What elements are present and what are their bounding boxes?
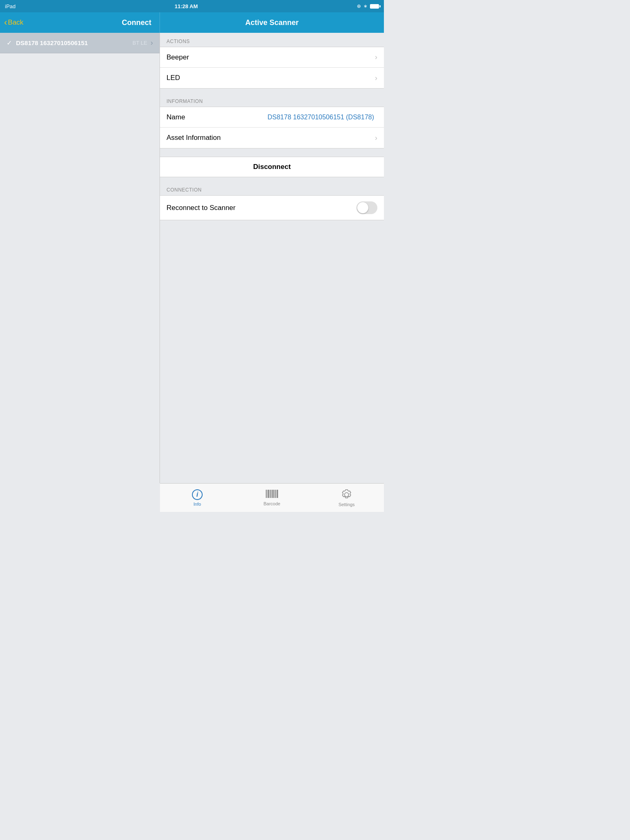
- back-label: Back: [8, 18, 23, 27]
- asset-chevron-icon: ›: [375, 134, 377, 142]
- svg-rect-6: [272, 490, 274, 498]
- name-label: Name: [167, 113, 267, 121]
- tab-bar: i Info Barcode Settings: [160, 483, 384, 512]
- nav-bar: ‹ Back Connect Active Scanner: [0, 12, 384, 33]
- scanner-tag: BT LE: [132, 40, 147, 46]
- main-layout: ✓ DS8178 16327010506151 BT LE › ACTIONS …: [0, 33, 384, 483]
- toggle-thumb: [357, 202, 368, 213]
- svg-rect-4: [270, 490, 271, 498]
- active-scanner-title: Active Scanner: [245, 18, 299, 27]
- separator-1: [160, 89, 384, 93]
- tab-barcode[interactable]: Barcode: [235, 484, 309, 512]
- scanner-list-item[interactable]: ✓ DS8178 16327010506151 BT LE ›: [0, 33, 160, 53]
- information-section-header: INFORMATION: [160, 93, 384, 107]
- reconnect-item[interactable]: Reconnect to Scanner: [160, 196, 384, 220]
- led-chevron-icon: ›: [375, 74, 377, 82]
- device-label: iPad: [5, 3, 16, 9]
- disconnect-label: Disconnect: [253, 163, 291, 171]
- tab-settings-label: Settings: [338, 502, 355, 507]
- connect-title: Connect: [122, 18, 151, 27]
- tab-barcode-label: Barcode: [264, 501, 281, 506]
- led-item[interactable]: LED ›: [160, 68, 384, 88]
- beeper-chevron-icon: ›: [375, 53, 377, 62]
- information-group: Name DS8178 16327010506151 (DS8178) Asse…: [160, 107, 384, 148]
- info-icon: i: [192, 489, 203, 500]
- separator-3: [160, 177, 384, 181]
- settings-icon: [341, 489, 352, 500]
- svg-rect-3: [269, 490, 270, 498]
- right-panel: ACTIONS Beeper › LED › INFORMATION Name …: [160, 33, 384, 483]
- status-icons: ⊕ ∗: [357, 3, 379, 9]
- scanner-chevron-icon: ›: [151, 39, 153, 47]
- svg-rect-1: [267, 490, 267, 498]
- status-bar: iPad 11:28 AM ⊕ ∗: [0, 0, 384, 12]
- actions-section-header: ACTIONS: [160, 33, 384, 47]
- bluetooth-icon: ∗: [363, 3, 368, 9]
- svg-rect-7: [274, 490, 274, 498]
- svg-rect-10: [277, 490, 278, 498]
- back-chevron-icon: ‹: [4, 17, 7, 28]
- reconnect-label: Reconnect to Scanner: [167, 204, 356, 212]
- check-icon: ✓: [7, 39, 12, 47]
- toggle-track: [356, 201, 377, 214]
- disconnect-section: Disconnect: [160, 157, 384, 177]
- svg-rect-5: [272, 490, 272, 498]
- separator-2: [160, 148, 384, 153]
- battery-icon: [370, 4, 379, 9]
- name-value: DS8178 16327010506151 (DS8178): [267, 114, 374, 121]
- back-button[interactable]: ‹ Back: [4, 17, 23, 28]
- reconnect-toggle[interactable]: [356, 201, 377, 214]
- tab-info-label: Info: [194, 502, 201, 507]
- scanner-info: DS8178 16327010506151: [16, 39, 132, 46]
- name-item: Name DS8178 16327010506151 (DS8178): [160, 107, 384, 128]
- asset-information-label: Asset Information: [167, 134, 375, 142]
- connection-section-header: CONNECTION: [160, 181, 384, 195]
- nav-right: Active Scanner: [160, 12, 384, 33]
- beeper-label: Beeper: [167, 53, 375, 62]
- time-label: 11:28 AM: [175, 3, 198, 9]
- location-icon: ⊕: [357, 3, 361, 9]
- nav-left: ‹ Back Connect: [0, 12, 160, 33]
- actions-group: Beeper › LED ›: [160, 47, 384, 89]
- svg-rect-0: [266, 490, 267, 498]
- left-panel: ✓ DS8178 16327010506151 BT LE ›: [0, 33, 160, 483]
- barcode-icon: [266, 490, 278, 500]
- svg-rect-2: [268, 490, 269, 498]
- disconnect-button[interactable]: Disconnect: [160, 157, 384, 177]
- beeper-item[interactable]: Beeper ›: [160, 47, 384, 68]
- asset-information-item[interactable]: Asset Information ›: [160, 128, 384, 148]
- connection-group: Reconnect to Scanner: [160, 195, 384, 220]
- tab-settings[interactable]: Settings: [309, 484, 384, 512]
- svg-rect-9: [276, 490, 276, 498]
- tab-info[interactable]: i Info: [160, 484, 235, 512]
- led-label: LED: [167, 74, 375, 82]
- scanner-name: DS8178 16327010506151: [16, 39, 132, 46]
- svg-rect-8: [275, 490, 276, 498]
